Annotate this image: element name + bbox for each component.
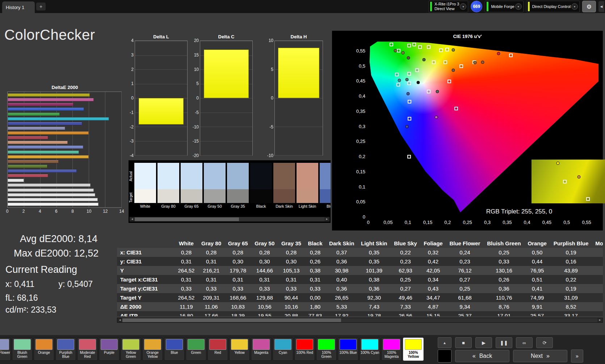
patch-button-orange[interactable]: Orange	[34, 338, 54, 361]
chevron-down-icon[interactable]: ▾	[571, 3, 578, 10]
stop-button[interactable]: ■	[455, 337, 472, 348]
table-scrollbar[interactable]: ◄ ►	[117, 318, 603, 323]
delta-h-title: Delta H	[274, 34, 323, 41]
cell: 0,23	[391, 257, 420, 266]
table-scroll-thumb[interactable]	[122, 318, 341, 322]
grid-line	[275, 41, 323, 41]
patch-button-100-green[interactable]: 100% Green	[316, 338, 337, 361]
scroll-right-icon[interactable]: ►	[324, 217, 329, 221]
inset-measured-point	[556, 161, 559, 165]
loop-button[interactable]: ⟳	[536, 337, 553, 348]
deltae-bar	[8, 174, 48, 177]
row-label: Y	[117, 266, 175, 275]
cell: 0,41	[524, 284, 550, 293]
target-point	[439, 48, 443, 52]
deltae-bar-row	[8, 136, 121, 139]
add-tab-button[interactable]: +	[36, 3, 46, 10]
patch-button-moderate-red[interactable]: Moderate Red	[77, 338, 98, 361]
target-swatch	[227, 189, 249, 203]
patch-button-purple[interactable]: Purple	[99, 338, 119, 361]
swatch-label: Gray 80	[157, 203, 179, 210]
meter-selector[interactable]: X-Rite i1Pro 3 Direct View ▾	[428, 1, 468, 12]
x-tick-label: 0,25	[463, 220, 472, 225]
scroll-left-icon[interactable]: ◄	[130, 217, 135, 221]
target-point	[448, 80, 451, 83]
chevron-down-icon[interactable]: ▾	[515, 3, 522, 10]
cell: 130,16	[484, 266, 524, 275]
grid-line	[121, 92, 122, 207]
deltae-bar	[8, 127, 65, 130]
swatch-column: Gray 80	[157, 163, 179, 210]
collapse-panel-button[interactable]: ◀	[598, 1, 604, 12]
scroll-left-icon[interactable]: ◄	[117, 318, 122, 322]
deltae-bar-row	[8, 189, 121, 192]
patch-button-orange-yellow[interactable]: Orange Yellow	[142, 338, 163, 361]
y-tick-label: -20	[193, 153, 199, 158]
target-swatch	[320, 189, 331, 203]
target-point	[509, 54, 513, 57]
actual-swatch	[157, 163, 179, 189]
patch-swatch	[144, 339, 161, 350]
swatch-scroll-thumb[interactable]	[135, 217, 239, 221]
infinity-icon: ∞	[522, 340, 526, 346]
patch-button-yellow-green[interactable]: Yellow Green	[121, 338, 141, 361]
x-tick-label: 14	[119, 209, 124, 214]
patch-button-100-blue[interactable]: 100% Blue	[338, 338, 358, 361]
x-tick-label: 0,35	[503, 220, 512, 225]
back-button[interactable]: « Back	[455, 350, 509, 362]
row-label: ΔE ITP	[117, 311, 175, 316]
patch-button-100-cyan[interactable]: 100% Cyan	[360, 338, 380, 361]
inset-measured-point	[577, 175, 581, 179]
skip-button[interactable]: »	[571, 350, 583, 363]
cell: 0,31	[251, 275, 278, 284]
patch-button-100-yellow[interactable]: 100% Yellow	[403, 338, 424, 361]
cell: 105,13	[278, 266, 305, 275]
patch-button-green[interactable]: Green	[186, 338, 206, 361]
patch-button-blue[interactable]: Blue	[164, 338, 185, 361]
patch-label: 100% Yellow	[403, 351, 423, 359]
patch-button-cyan[interactable]: Cyan	[273, 338, 293, 361]
delta-h-chart: Delta H 1050-5-10	[266, 34, 323, 156]
patch-label: Cyan	[279, 351, 287, 355]
tab-history-1[interactable]: History 1	[2, 1, 35, 13]
patch-button-bluish-green[interactable]: Bluish Green	[12, 338, 33, 361]
swatch-column: Black	[250, 163, 272, 210]
swatch-scrollbar[interactable]: ◄ ►	[129, 217, 330, 222]
chevron-down-icon[interactable]: ▾	[460, 3, 466, 10]
continuous-read-button[interactable]: ∞	[516, 337, 533, 348]
source-selector[interactable]: Mobile Forge ▾	[485, 1, 523, 12]
patch-button-100-red[interactable]: 100% Red	[294, 338, 315, 361]
patch-button-blue-flower[interactable]: Blue Flower	[0, 338, 11, 361]
swatch-scroll-track[interactable]	[135, 217, 324, 221]
patch-button-purplish-blue[interactable]: Purplish Blue	[55, 338, 76, 361]
deltae-bar	[8, 189, 94, 192]
cell: 0,25	[484, 248, 524, 257]
meter-count-badge[interactable]: 669	[471, 1, 482, 12]
cell: 8,52	[550, 302, 592, 311]
patch-button-magenta[interactable]: Magenta	[251, 338, 272, 361]
swatch-column: Gray 65	[181, 163, 202, 210]
expand-panel-button[interactable]: ▲	[438, 337, 451, 348]
patch-label: 100% Blue	[339, 351, 357, 355]
patch-button-yellow[interactable]: Yellow	[229, 338, 250, 361]
settings-gear-button[interactable]: ⚙	[582, 1, 596, 12]
deltae-bar	[8, 160, 59, 163]
next-button[interactable]: Next »	[513, 350, 567, 362]
play-button[interactable]: ▶	[475, 337, 492, 348]
deltae-bar	[8, 198, 98, 201]
table-scroll-track[interactable]	[122, 318, 597, 322]
workflow-selector[interactable]: Direct Display Control ▾	[526, 1, 580, 12]
pause-button[interactable]: ❚❚	[496, 337, 512, 348]
cell: 0,36	[326, 284, 358, 293]
patch-button-red[interactable]: Red	[207, 338, 228, 361]
pattern-window-button[interactable]	[438, 350, 451, 363]
cell: 0,28	[224, 248, 251, 257]
cell: 17,01	[484, 311, 524, 316]
deltae-bar-row	[8, 145, 121, 149]
cell: 0,25	[391, 275, 420, 284]
y-tick-label: 0,3	[359, 123, 365, 129]
measurement-table: WhiteGray 80Gray 65Gray 50Gray 35BlackDa…	[117, 239, 603, 316]
patch-button-100-magenta[interactable]: 100% Magenta	[381, 338, 402, 361]
cell: 21,67	[592, 311, 603, 316]
scroll-right-icon[interactable]: ►	[597, 318, 602, 322]
